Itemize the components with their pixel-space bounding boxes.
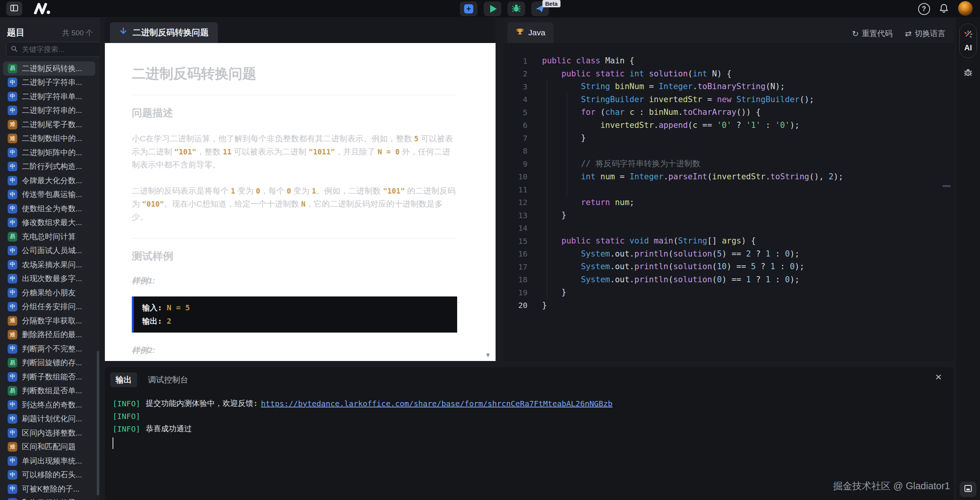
scroll-down-chevron-icon[interactable]: ▼ — [485, 352, 491, 359]
feedback-link[interactable]: https://bytedance.larkoffice.com/share/b… — [261, 399, 612, 408]
tab-output[interactable]: 输出 — [110, 373, 137, 387]
console-cursor — [113, 437, 113, 449]
search-box[interactable] — [6, 42, 100, 57]
problem-list-item[interactable]: 中二进制字符串单... — [3, 89, 95, 104]
debug-panel-button[interactable] — [956, 67, 980, 79]
console-log-line: [INFO] — [113, 410, 954, 422]
reset-code-button[interactable]: ↻ 重置代码 — [852, 28, 893, 39]
problem-list-item[interactable]: 中令牌最大化分数... — [3, 174, 95, 188]
difficulty-badge: 难 — [8, 134, 17, 143]
debug-button[interactable] — [507, 2, 525, 16]
code-line[interactable]: 9 // 将反码字符串转换为十进制数 — [504, 157, 954, 171]
help-button[interactable]: ? — [917, 2, 930, 15]
code-line[interactable]: 16 System.out.println(solution(5) == 2 ?… — [504, 248, 954, 261]
code-line[interactable]: 18 System.out.println(solution(0) == 1 ?… — [504, 273, 954, 286]
problem-list-item[interactable]: 中使数组全为奇数... — [3, 202, 95, 216]
difficulty-badge: 中 — [8, 498, 17, 500]
problem-list-item[interactable]: 中二阶行列式构造... — [3, 160, 95, 174]
problem-list-item[interactable]: 难删除路径后的最... — [3, 328, 95, 342]
problem-list-item[interactable]: 中刷题计划优化问... — [3, 412, 95, 426]
problem-list-item[interactable]: 中分糖果给小朋友 — [3, 286, 95, 300]
problem-list-item[interactable]: 中二进制字符串的... — [3, 104, 95, 118]
problem-list-item[interactable]: 中到达终点的奇数... — [3, 398, 95, 412]
code-line[interactable]: 20} — [504, 299, 954, 312]
marscode-logo — [33, 3, 51, 16]
problem-list-item[interactable]: 易判断数组是否单... — [3, 384, 95, 398]
inline-code: 11 — [223, 147, 232, 156]
code-line[interactable]: 4 StringBuilder invertedStr = new String… — [504, 93, 954, 106]
problem-list-item[interactable]: 中修改数组求最大... — [3, 216, 95, 230]
problem-list-item[interactable]: 中公司面试人员城... — [3, 244, 95, 258]
sidebar-toggle-button[interactable] — [6, 2, 22, 16]
code-line[interactable]: 3 String binNum = Integer.toBinaryString… — [504, 80, 954, 93]
tab-debug-console[interactable]: 调试控制台 — [148, 374, 188, 385]
code-area[interactable]: 1public class Main {2 public static int … — [504, 43, 954, 361]
line-number: 2 — [504, 69, 542, 78]
line-number: 11 — [504, 185, 542, 194]
code-line[interactable]: 13 } — [504, 209, 954, 222]
code-line[interactable]: 8 — [504, 145, 954, 158]
problem-tab[interactable]: 二进制反码转换问题 — [110, 22, 218, 43]
sidebar-scrollbar[interactable] — [97, 351, 99, 495]
panel-layout-button[interactable] — [960, 482, 977, 497]
problem-list-item[interactable]: 中农场采摘水果问... — [3, 258, 95, 272]
code-line[interactable]: 11 — [504, 183, 954, 196]
editor-scrollbar[interactable] — [942, 185, 951, 187]
close-icon[interactable]: × — [935, 372, 942, 382]
problem-tab-title: 二进制反码转换问题 — [133, 27, 209, 38]
code-line[interactable]: 14 — [504, 222, 954, 235]
problem-list-item[interactable]: 中二进制子字符串... — [3, 76, 95, 90]
problem-list-item[interactable]: 中判断子数组能否... — [3, 370, 95, 384]
problem-list-item[interactable]: 易判断回旋镖的存... — [3, 356, 95, 370]
notifications-button[interactable] — [937, 2, 950, 15]
code-line[interactable]: 19 } — [504, 286, 954, 299]
problem-list-item[interactable]: 中单词出现频率统... — [3, 454, 95, 468]
problem-list-item[interactable]: 中出现次数最多字... — [3, 272, 95, 286]
problem-list-item[interactable]: 中分组任务安排问... — [3, 300, 95, 314]
ai-assistant-button[interactable]: AI — [959, 23, 977, 58]
switch-language-button[interactable]: ⇄ 切换语言 — [905, 28, 945, 39]
user-avatar[interactable] — [958, 1, 973, 16]
code-line[interactable]: 1public class Main { — [504, 55, 954, 68]
problem-list-item[interactable]: 易充电总时间计算 — [3, 230, 95, 244]
code-line[interactable]: 17 System.out.println(solution(10) == 5 … — [504, 260, 954, 273]
problem-list-item[interactable]: 难二进制尾零子数... — [3, 118, 95, 132]
problem-list-item[interactable]: 中判断两个不完整... — [3, 342, 95, 356]
problem-item-label: 二进制字符串的... — [22, 105, 82, 116]
code-line[interactable]: 15 public static void main(String[] args… — [504, 235, 954, 248]
code-text: // 将反码字符串转换为十进制数 — [542, 157, 700, 171]
run-button[interactable] — [484, 2, 501, 16]
plus-icon: + — [464, 4, 473, 13]
problem-item-label: 二进制反码转换... — [22, 63, 82, 74]
description-text: 。例如，二进制数 — [316, 186, 383, 195]
problem-list-item[interactable]: 中传送带包裹运输... — [3, 188, 95, 202]
log-text: 提交功能内测体验中，欢迎反馈: — [146, 398, 258, 409]
bug-icon — [511, 3, 521, 15]
problem-title: 二进制反码转换问题 — [132, 65, 457, 83]
panel-left-icon — [10, 4, 18, 13]
code-line[interactable]: 12 return num; — [504, 196, 954, 209]
inline-code: "101" — [174, 147, 196, 156]
code-line[interactable]: 5 for (char c : binNum.toCharArray()) { — [504, 106, 954, 119]
code-line[interactable]: 7 } — [504, 132, 954, 145]
problem-list-item[interactable]: 中可以移除的石头... — [3, 468, 95, 482]
problem-list-item[interactable]: 中二进制矩阵中的... — [3, 146, 95, 160]
problem-list-item[interactable]: 难分隔数字串获取... — [3, 314, 95, 328]
sample-io-label: 输出: — [142, 316, 162, 326]
code-line[interactable]: 6 invertedStr.append(c == '0' ? '1' : '0… — [504, 119, 954, 132]
code-text: public static void main(String[] args) { — [542, 235, 756, 248]
search-input[interactable] — [21, 45, 92, 54]
problem-item-label: 删除路径后的最... — [22, 329, 82, 340]
code-text: System.out.println(solution(5) == 2 ? 1 … — [542, 248, 799, 261]
code-line[interactable]: 10 int num = Integer.parseInt(invertedSt… — [504, 171, 954, 184]
problem-list-item[interactable]: 难二进制数组中的... — [3, 132, 95, 146]
language-tab[interactable]: Java — [507, 22, 554, 43]
line-number: 12 — [504, 198, 542, 207]
add-button[interactable]: + — [460, 2, 478, 16]
problem-list-item[interactable]: 易二进制反码转换... — [3, 61, 95, 76]
problem-list-item[interactable]: 难区间和匹配问题 — [3, 440, 95, 454]
problem-list-item[interactable]: 中区间内选择整数... — [3, 426, 95, 440]
code-line[interactable]: 2 public static int solution(int N) { — [504, 68, 954, 81]
problem-list-item[interactable]: 中和为目标值的子... — [3, 496, 95, 500]
problem-list-item[interactable]: 中可被K整除的子... — [3, 482, 95, 496]
